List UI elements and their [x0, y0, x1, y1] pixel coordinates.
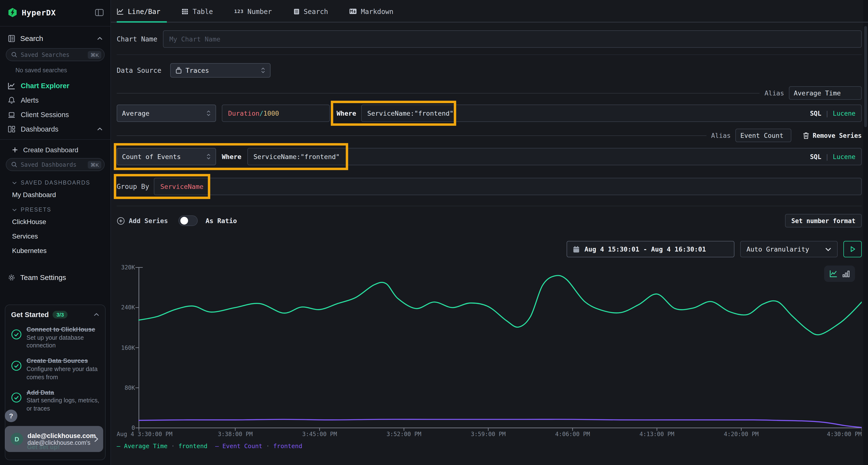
chevron-up-icon[interactable] [97, 127, 103, 131]
lucene-toggle[interactable]: Lucene [833, 110, 856, 117]
presets-group-header[interactable]: PRESETS [0, 202, 111, 214]
date-range-picker[interactable]: Aug 4 15:30:01 - Aug 4 16:30:01 [567, 241, 735, 257]
line-chart-icon[interactable] [830, 270, 838, 277]
where-query: ServiceName:"frontend" [367, 109, 454, 117]
chevron-right-icon [94, 436, 98, 442]
group-by-input[interactable]: ServiceName [154, 178, 862, 195]
tab-search[interactable]: Search [293, 0, 328, 22]
create-dashboard-label: Create Dashboard [23, 146, 79, 154]
set-number-format-button[interactable]: Set number format [785, 214, 862, 227]
group-by-label: Group By [117, 182, 149, 190]
add-series-button[interactable]: Add Series [117, 217, 168, 225]
sidebar-item-alerts[interactable]: Alerts [0, 93, 111, 107]
preset-link-clickhouse[interactable]: ClickHouse [0, 214, 111, 229]
y-axis-tick-label: 160K [117, 344, 135, 351]
sql-toggle[interactable]: SQL [810, 153, 821, 160]
saved-dashboards-group-header[interactable]: SAVED DASHBOARDS [0, 175, 111, 188]
select-updown-icon [207, 153, 211, 160]
tab-number[interactable]: 123 Number [234, 0, 272, 22]
x-axis-tick-label: 3:59:00 PM [471, 431, 506, 437]
get-started-item[interactable]: Add Data Start sending logs, metrics, or… [11, 388, 99, 413]
get-started-item-desc: Start sending logs, metrics, or traces [27, 397, 99, 413]
legend-swatch: — [215, 442, 219, 450]
plus-circle-icon [117, 217, 125, 225]
granularity-select[interactable]: Auto Granularity [740, 241, 838, 257]
as-ratio-label: As Ratio [206, 217, 237, 225]
chart-panel: 080K160K240K320K Aug 4 3:30:00 PM3:38:00… [117, 261, 862, 458]
sidebar-item-chart-explorer[interactable]: Chart Explorer [0, 78, 111, 93]
get-started-item[interactable]: Connect to ClickHouse Set up your databa… [11, 325, 99, 350]
sidebar-collapse-icon[interactable] [95, 9, 104, 16]
sidebar-item-label: Alerts [21, 96, 38, 104]
legend-swatch: — [117, 442, 120, 450]
remove-series-button[interactable]: Remove Series [803, 132, 862, 139]
pipe-separator: | [825, 153, 829, 160]
alias-row-1: Alias [117, 86, 862, 100]
get-started-item-desc: Set up your database connection [27, 334, 99, 350]
tab-markdown[interactable]: Markdown [349, 0, 394, 22]
aggregation-value: Average [122, 109, 150, 117]
series-2-where-input[interactable]: ServiceName:"frontend" SQL | Lucene [247, 148, 862, 165]
tab-table[interactable]: Table [182, 0, 213, 22]
timeseries-plot[interactable] [117, 261, 862, 431]
series-1-where-input[interactable]: ServiceName:"frontend" SQL | Lucene [361, 105, 862, 122]
x-axis-tick-label: 4:13:00 PM [640, 431, 674, 437]
get-started-item-title: Add Data [27, 388, 99, 397]
saved-searches-input[interactable] [21, 51, 85, 58]
data-source-select[interactable]: Traces [170, 63, 270, 77]
divider [117, 55, 862, 55]
user-team: dale@clickhouse.com's [28, 439, 90, 446]
chevron-up-icon[interactable] [97, 36, 103, 40]
series-1-aggregation-select[interactable]: Average [117, 105, 216, 122]
legend-separator: · [266, 442, 270, 450]
chart-explorer-icon [8, 82, 16, 89]
tab-label: Markdown [361, 7, 394, 15]
sidebar-item-client-sessions[interactable]: Client Sessions [0, 107, 111, 122]
series-2-aggregation-select[interactable]: Count of Events [117, 148, 216, 165]
tab-line-bar[interactable]: Line/Bar [117, 0, 160, 22]
chart-name-row: Chart Name [117, 30, 862, 48]
sidebar-item-label: Client Sessions [21, 111, 69, 119]
dashboard-link-my-dashboard[interactable]: My Dashboard [0, 188, 111, 202]
user-menu[interactable]: D dale@clickhouse.com dale@clickhouse.co… [5, 426, 103, 452]
field-token: Duration [228, 109, 259, 117]
aggregation-value: Count of Events [122, 153, 181, 161]
x-axis-tick-label: 3:38:00 PM [218, 431, 253, 437]
get-started-progress-badge: 3/3 [53, 311, 68, 319]
app-root: HyperDX Search ⌘K No saved searches Char… [0, 0, 868, 465]
chart-style-toggle [824, 266, 855, 282]
legend-entry[interactable]: — Average Time · frontend [117, 442, 207, 450]
where-query: ServiceName:"frontend" [253, 153, 340, 161]
help-button[interactable]: ? [5, 409, 18, 422]
series-1-field-input[interactable]: Duration/1000 [222, 105, 330, 122]
as-ratio-toggle[interactable] [179, 215, 198, 226]
chevron-up-icon[interactable] [94, 313, 99, 317]
bar-chart-icon[interactable] [842, 270, 850, 277]
legend-separator: · [171, 442, 175, 450]
create-dashboard-button[interactable]: Create Dashboard [0, 143, 111, 157]
run-query-button[interactable] [843, 241, 862, 257]
series-2-alias-input[interactable] [736, 129, 792, 142]
legend-entry[interactable]: — Event Count · frontend [215, 442, 302, 450]
saved-dashboards-input[interactable] [21, 161, 85, 168]
sidebar-divider [0, 26, 111, 27]
sidebar-section-search[interactable]: Search [0, 29, 111, 47]
check-circle-icon [11, 361, 22, 381]
sidebar-item-dashboards[interactable]: Dashboards [0, 122, 111, 136]
legend-group-name: frontend [179, 442, 207, 450]
get-started-item[interactable]: Create Data Sources Configure where your… [11, 357, 99, 381]
sidebar-item-team-settings[interactable]: Team Settings [0, 268, 111, 286]
lucene-toggle[interactable]: Lucene [833, 153, 856, 160]
granularity-value: Auto Granularity [746, 245, 809, 253]
preset-link-kubernetes[interactable]: Kubernetes [0, 243, 111, 258]
sidebar: HyperDX Search ⌘K No saved searches Char… [0, 0, 111, 465]
series-1-row: Average Duration/1000 Where ServiceName:… [117, 105, 862, 122]
chart-name-input[interactable] [163, 30, 862, 48]
series-1-alias-input[interactable] [789, 86, 862, 100]
laptop-icon [8, 111, 16, 118]
pipe-separator: | [825, 110, 829, 117]
preset-link-services[interactable]: Services [0, 229, 111, 243]
alias-label: Alias [765, 89, 784, 97]
trash-icon [803, 132, 809, 139]
sql-toggle[interactable]: SQL [810, 110, 821, 117]
